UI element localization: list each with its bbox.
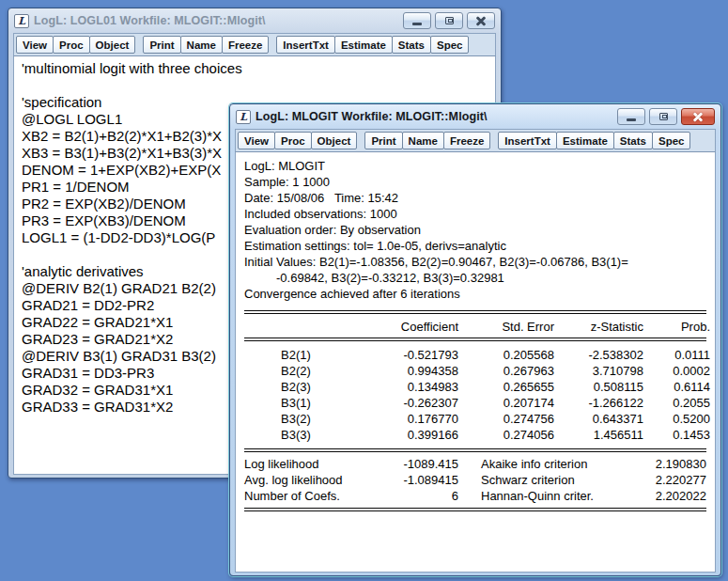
toolbar-button-proc[interactable]: Proc — [274, 132, 312, 149]
stat-label: Schwarz criterion — [481, 472, 575, 488]
stat-value: 6 — [452, 488, 458, 504]
coef-value: 0.399166 — [348, 427, 458, 443]
restore-icon — [659, 113, 668, 120]
titlebar-mlogit[interactable]: L LogL: MLOGIT Workfile: MLOGIT::Mlogit\ — [235, 104, 716, 129]
coef-value: 0.176770 — [348, 411, 458, 427]
output-line: Estimation settings: tol= 1.0e-05, deriv… — [244, 238, 706, 254]
toolbar-button-view[interactable]: View — [16, 36, 54, 54]
std-error: 0.207174 — [458, 395, 554, 411]
coef-name: B3(3) — [244, 427, 348, 443]
toolbar-mlogit: View Proc Object Print Name Freeze Inser… — [235, 129, 716, 152]
column-header-stderror: Std. Error — [458, 319, 554, 335]
table-rule — [244, 310, 706, 314]
coef-value: 0.134983 — [348, 379, 458, 395]
column-header-prob: Prob. — [643, 319, 710, 335]
window-title-mlogit: LogL: MLOGIT Workfile: MLOGIT::Mlogit\ — [256, 110, 612, 123]
window-mlogit[interactable]: L LogL: MLOGIT Workfile: MLOGIT::Mlogit\… — [229, 103, 721, 576]
std-error: 0.265655 — [458, 379, 554, 395]
table-row: B2(1) -0.521793 0.205568 -2.538302 0.011… — [244, 347, 706, 363]
minimize-icon — [412, 23, 422, 25]
prob-value: 0.5200 — [643, 411, 710, 427]
toolbar-button-object[interactable]: Object — [89, 36, 136, 54]
std-error: 0.274756 — [458, 411, 554, 427]
stat-label: Avg. log likelihood — [244, 472, 343, 488]
z-statistic: 1.456511 — [554, 427, 643, 443]
toolbar-button-estimate[interactable]: Estimate — [556, 132, 614, 149]
table-row: B2(3) 0.134983 0.265655 0.508115 0.6114 — [244, 379, 706, 395]
toolbar-button-stats[interactable]: Stats — [392, 36, 431, 54]
table-row: B2(2) 0.994358 0.267963 3.710798 0.0002 — [244, 363, 706, 379]
toolbar-group-actions: InsertTxt Estimate Stats Spec — [276, 36, 468, 54]
toolbar-button-proc[interactable]: Proc — [53, 36, 90, 54]
toolbar-button-spec[interactable]: Spec — [430, 36, 470, 54]
table-rule — [244, 508, 706, 511]
stat-label: Hannan-Quinn criter. — [481, 488, 594, 504]
table-row: B3(3) 0.399166 0.274056 1.456511 0.1453 — [244, 427, 706, 443]
toolbar-button-spec[interactable]: Spec — [652, 132, 691, 149]
toolbar-button-inserttxt[interactable]: InsertTxt — [498, 132, 557, 149]
output-line: Initial Values: B2(1)=-1.08356, B2(2)=0.… — [244, 254, 706, 270]
column-header-coefficient: Coefficient — [348, 319, 458, 335]
prob-value: 0.6114 — [643, 379, 710, 395]
coef-name: B2(1) — [244, 347, 348, 363]
toolbar-button-name[interactable]: Name — [180, 36, 223, 54]
restore-button[interactable] — [435, 12, 463, 29]
toolbar-button-print[interactable]: Print — [364, 132, 402, 149]
prob-value: 0.1453 — [643, 427, 710, 443]
coef-name: B3(1) — [244, 395, 348, 411]
z-statistic: 3.710798 — [554, 363, 643, 379]
z-statistic: -1.266122 — [554, 395, 643, 411]
table-rule — [244, 338, 706, 341]
prob-value: 0.0002 — [643, 363, 710, 379]
toolbar-button-freeze[interactable]: Freeze — [443, 132, 490, 149]
table-row: B3(2) 0.176770 0.274756 0.643371 0.5200 — [244, 411, 706, 427]
output-line: LogL: MLOGIT — [244, 158, 706, 174]
window-controls — [617, 108, 715, 125]
column-header-blank — [244, 319, 348, 335]
toolbar-button-name[interactable]: Name — [402, 132, 444, 149]
toolbar-button-view[interactable]: View — [238, 132, 275, 149]
z-statistic: 0.643371 — [554, 411, 643, 427]
coef-name: B2(2) — [244, 363, 348, 379]
window-title-logl01: LogL: LOGL01 Workfile: MLOGIT::Mlogit\ — [34, 14, 398, 27]
stat-label: Log likelihood — [244, 456, 319, 472]
std-error: 0.267963 — [458, 363, 554, 379]
output-line: Evaluation order: By observation — [244, 222, 706, 238]
stat-value: -1089.415 — [403, 456, 458, 472]
estimation-header: LogL: MLOGIT Sample: 1 1000 Date: 15/08/… — [244, 158, 706, 302]
toolbar-button-freeze[interactable]: Freeze — [222, 36, 269, 54]
minimize-button[interactable] — [403, 12, 431, 29]
column-header-zstatistic: z-Statistic — [554, 319, 643, 335]
close-button[interactable] — [467, 12, 495, 29]
toolbar-button-inserttxt[interactable]: InsertTxt — [276, 36, 335, 54]
std-error: 0.205568 — [458, 347, 554, 363]
output-line: Sample: 1 1000 — [244, 174, 706, 190]
toolbar-button-stats[interactable]: Stats — [613, 132, 653, 149]
table-rule — [244, 448, 706, 452]
toolbar-logl01: View Proc Object Print Name Freeze Inser… — [13, 33, 496, 56]
toolbar-button-print[interactable]: Print — [143, 36, 180, 54]
toolbar-group-print: Print Name Freeze — [143, 36, 268, 54]
restore-button[interactable] — [649, 108, 677, 125]
titlebar-logl01[interactable]: L LogL: LOGL01 Workfile: MLOGIT::Mlogit\ — [13, 8, 496, 33]
output-line: -0.69842, B3(2)=-0.33212, B3(3)=0.32981 — [244, 270, 706, 286]
toolbar-button-object[interactable]: Object — [311, 132, 358, 149]
z-statistic: -2.538302 — [554, 347, 643, 363]
z-statistic: 0.508115 — [554, 379, 643, 395]
estimation-output: LogL: MLOGIT Sample: 1 1000 Date: 15/08/… — [235, 152, 716, 573]
prob-value: 0.0111 — [643, 347, 710, 363]
minimize-button[interactable] — [617, 108, 645, 125]
restore-icon — [445, 17, 454, 24]
output-line: Date: 15/08/06 Time: 15:42 — [244, 190, 706, 206]
logl-object-icon: L — [236, 110, 251, 124]
summary-row: Avg. log likelihood -1.089415 Schwarz cr… — [244, 472, 706, 488]
std-error: 0.274056 — [458, 427, 554, 443]
minimize-icon — [627, 118, 636, 121]
prob-value: 0.2055 — [643, 395, 710, 411]
table-row: B3(1) -0.262307 0.207174 -1.266122 0.205… — [244, 395, 706, 411]
close-button[interactable] — [681, 108, 715, 125]
toolbar-group-print: Print Name Freeze — [364, 132, 489, 149]
coef-value: -0.262307 — [348, 395, 458, 411]
toolbar-button-estimate[interactable]: Estimate — [334, 36, 393, 54]
coef-name: B2(3) — [244, 379, 348, 395]
